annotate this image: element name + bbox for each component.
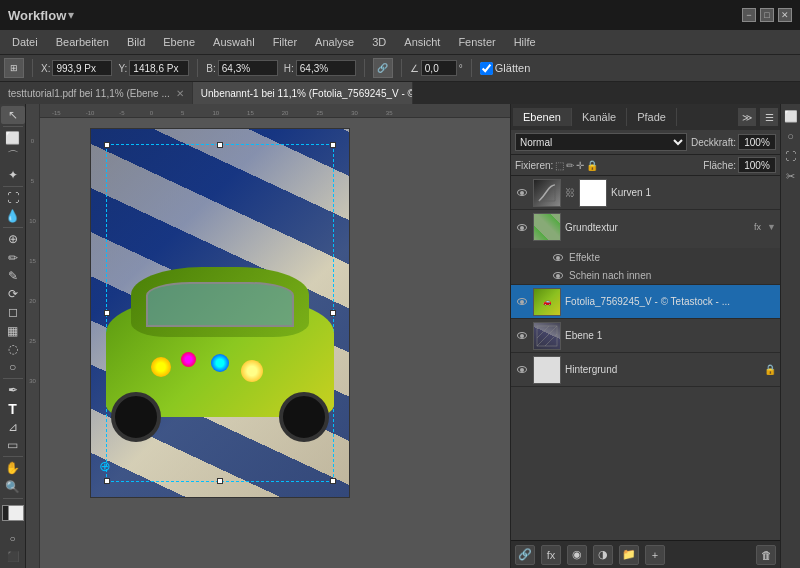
layer-eye-ebene1[interactable]	[515, 329, 529, 343]
ruler-h-neg5: -5	[119, 110, 124, 116]
menu-bearbeiten[interactable]: Bearbeiten	[48, 34, 117, 50]
close-button[interactable]: ✕	[778, 8, 792, 22]
path-selection-tool[interactable]: ⊿	[1, 418, 25, 436]
move-tool[interactable]: ↖	[1, 106, 25, 124]
layer-ebene1[interactable]: Ebene 1	[511, 319, 780, 353]
menu-3d[interactable]: 3D	[364, 34, 394, 50]
right-btn-4[interactable]: ✂	[783, 168, 799, 184]
lock-transparent-btn[interactable]: ⬚	[555, 160, 564, 171]
handle-ml[interactable]	[104, 310, 110, 316]
layer-eye-hintergrund[interactable]	[515, 363, 529, 377]
maximize-button[interactable]: □	[760, 8, 774, 22]
tab-testtutorial[interactable]: testtutorial1.pdf bei 11,1% (Ebene ... ✕	[0, 82, 193, 104]
layer-grundtextur[interactable]: Grundtextur fx ▼ Effekte Schein nach inn…	[511, 210, 780, 285]
zoom-tool[interactable]: 🔍	[1, 477, 25, 495]
blend-mode-select[interactable]: Normal Multiplizieren Überblenden	[515, 133, 687, 151]
layer-hintergrund[interactable]: Hintergrund 🔒	[511, 353, 780, 387]
b-input[interactable]	[218, 60, 278, 76]
menu-filter[interactable]: Filter	[265, 34, 305, 50]
tab-unbenannt[interactable]: Unbenannt-1 bei 11,1% (Fotolia_7569245_V…	[193, 82, 413, 104]
layer-effects-btn[interactable]: fx	[541, 545, 561, 565]
tab-testtutorial-close[interactable]: ✕	[176, 88, 184, 99]
pen-tool[interactable]: ✒	[1, 381, 25, 399]
eraser-tool[interactable]: ◻	[1, 303, 25, 321]
shape-tool[interactable]: ▭	[1, 436, 25, 454]
menu-bild[interactable]: Bild	[119, 34, 153, 50]
stamp-tool[interactable]: ✎	[1, 267, 25, 285]
menu-analyse[interactable]: Analyse	[307, 34, 362, 50]
new-adjustment-btn[interactable]: ◑	[593, 545, 613, 565]
gradient-tool[interactable]: ▦	[1, 322, 25, 340]
layer-eye-kurven1[interactable]	[515, 186, 529, 200]
layer-fotolia[interactable]: 🚗 Fotolia_7569245_V - © Tetastock - ...	[511, 285, 780, 319]
magic-wand-tool[interactable]: ✦	[1, 166, 25, 184]
lock-position-btn[interactable]: ✛	[576, 160, 584, 171]
ruler-h-20: 20	[282, 110, 289, 116]
eyedropper-tool[interactable]: 💧	[1, 207, 25, 225]
layer-expand-icon[interactable]: ▼	[767, 222, 776, 232]
handle-bm[interactable]	[217, 478, 223, 484]
tab-ebenen[interactable]: Ebenen	[513, 108, 572, 126]
menu-auswahl[interactable]: Auswahl	[205, 34, 263, 50]
layer-kurven1[interactable]: ⛓ Kurven 1	[511, 176, 780, 210]
background-color[interactable]	[8, 505, 24, 521]
menu-datei[interactable]: Datei	[4, 34, 46, 50]
canvas-area[interactable]: -15 -10 -5 0 5 10 15 20 25 30 35	[40, 104, 510, 568]
menu-hilfe[interactable]: Hilfe	[506, 34, 544, 50]
lock-brush-btn[interactable]: ✏	[566, 160, 574, 171]
lock-all-btn[interactable]: 🔒	[586, 160, 598, 171]
healing-tool[interactable]: ⊕	[1, 230, 25, 248]
crop-tool[interactable]: ⛶	[1, 189, 25, 207]
layer-eye-fotolia[interactable]	[515, 295, 529, 309]
tool-sep3	[3, 227, 23, 228]
tab-pfade[interactable]: Pfade	[627, 108, 677, 126]
angle-input[interactable]	[421, 60, 457, 76]
history-tool[interactable]: ⟳	[1, 285, 25, 303]
menu-fenster[interactable]: Fenster	[450, 34, 503, 50]
eye-effect2[interactable]	[551, 268, 565, 282]
dodge-tool[interactable]: ○	[1, 358, 25, 376]
workflow-dropdown[interactable]: ▾	[68, 8, 74, 22]
opacity-input[interactable]	[738, 134, 776, 150]
fill-input[interactable]	[738, 157, 776, 173]
blur-tool[interactable]: ◌	[1, 340, 25, 358]
lasso-tool[interactable]: ⌒	[1, 147, 25, 165]
link-layers-btn[interactable]: 🔗	[515, 545, 535, 565]
eye-effect1[interactable]	[551, 250, 565, 264]
eye-icon-hintergrund	[517, 366, 527, 373]
layer-grundtextur-main[interactable]: Grundtextur fx ▼	[511, 210, 780, 244]
tab-kanaele[interactable]: Kanäle	[572, 108, 627, 126]
layers-collapse-btn[interactable]: ≫	[738, 108, 756, 126]
quick-mask-tool[interactable]: ○	[1, 529, 25, 547]
right-btn-2[interactable]: ○	[783, 128, 799, 144]
link-proportions-icon[interactable]: 🔗	[373, 58, 393, 78]
h-input[interactable]	[296, 60, 356, 76]
handle-tl[interactable]	[104, 142, 110, 148]
x-input[interactable]	[52, 60, 112, 76]
canvas-container[interactable]: ⊕	[40, 118, 510, 568]
delete-layer-btn[interactable]: 🗑	[756, 545, 776, 565]
y-input[interactable]	[129, 60, 189, 76]
layers-menu-btn[interactable]: ☰	[760, 108, 778, 126]
new-group-btn[interactable]: 📁	[619, 545, 639, 565]
right-btn-1[interactable]: ⬜	[783, 108, 799, 124]
marquee-tool[interactable]: ⬜	[1, 129, 25, 147]
menu-ebene[interactable]: Ebene	[155, 34, 203, 50]
new-layer-btn[interactable]: +	[645, 545, 665, 565]
minimize-button[interactable]: −	[742, 8, 756, 22]
menu-ansicht[interactable]: Ansicht	[396, 34, 448, 50]
handle-mr[interactable]	[330, 310, 336, 316]
handle-br[interactable]	[330, 478, 336, 484]
right-btn-3[interactable]: ⛶	[783, 148, 799, 164]
layer-mask-btn[interactable]: ◉	[567, 545, 587, 565]
layer-eye-grundtextur[interactable]	[515, 220, 529, 234]
color-picker[interactable]	[2, 505, 24, 522]
handle-tm[interactable]	[217, 142, 223, 148]
smooth-checkbox[interactable]	[480, 62, 493, 75]
text-tool[interactable]: T	[1, 400, 25, 418]
screen-mode-tool[interactable]: ⬛	[1, 548, 25, 566]
handle-bl[interactable]	[104, 478, 110, 484]
brush-tool[interactable]: ✏	[1, 248, 25, 266]
hand-tool[interactable]: ✋	[1, 459, 25, 477]
handle-tr[interactable]	[330, 142, 336, 148]
